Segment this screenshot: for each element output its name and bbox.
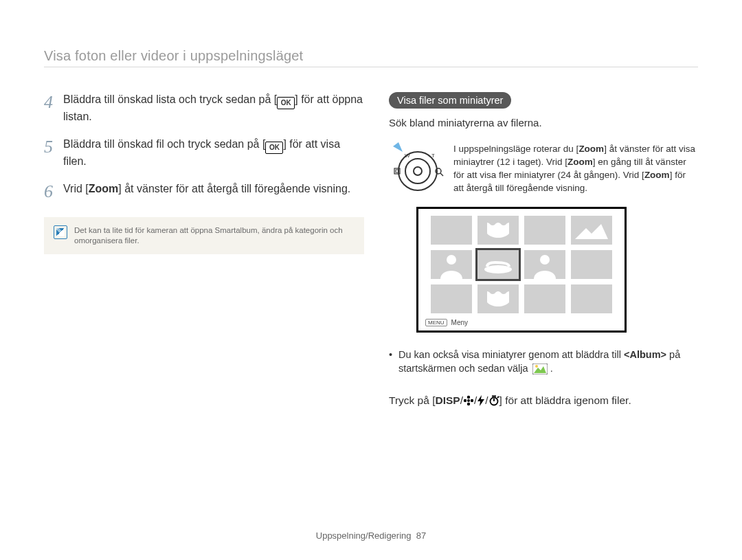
screen-footer: MENU Meny — [425, 319, 618, 326]
thumbnail-grid — [425, 216, 618, 313]
flash-icon — [477, 395, 485, 409]
thumbnail — [477, 216, 519, 245]
t-p1: I uppspelningsläge roterar du [ — [453, 144, 578, 154]
screen-mockup: MENU Meny — [416, 207, 627, 333]
step-6: 6 Vrid [Zoom] åt vänster för att återgå … — [44, 181, 364, 201]
svg-point-14 — [467, 399, 470, 402]
page-header: Visa foton eller videor i uppspelningslä… — [44, 48, 698, 67]
note-icon — [54, 225, 67, 239]
step-text-post: ] åt vänster för att återgå till föregåe… — [118, 183, 350, 194]
column-left: 4 Bläddra till önskad lista och tryck se… — [44, 92, 364, 409]
thumbnail — [477, 284, 519, 313]
svg-point-1 — [405, 159, 430, 183]
thumbnail-selected — [477, 250, 519, 279]
bullet-note: • Du kan också visa miniatyrer genom att… — [389, 348, 698, 378]
step-body: Vrid [Zoom] åt vänster för att återgå ti… — [63, 181, 350, 201]
thumbnail — [431, 216, 472, 245]
step-number: 6 — [44, 181, 63, 201]
svg-rect-21 — [492, 396, 496, 397]
step-4: 4 Bläddra till önskad lista och tryck se… — [44, 92, 364, 124]
flower-icon — [463, 395, 474, 409]
note-text: Det kan ta lite tid för kameran att öppn… — [74, 225, 355, 246]
footer-page-number: 87 — [416, 530, 426, 541]
svg-point-17 — [464, 399, 466, 402]
zoom-keyword: Zoom — [89, 183, 119, 194]
section-intro: Sök bland miniatyrerna av filerna. — [389, 115, 698, 130]
thumbnail — [571, 284, 612, 313]
step-text-pre: Bläddra till önskad fil och tryck sedan … — [63, 138, 265, 150]
timer-icon — [488, 395, 499, 409]
svg-point-16 — [467, 403, 470, 405]
footer-section: Uppspelning/Redigering — [316, 530, 412, 541]
bullet-pre: Du kan också visa miniatyrer genom att b… — [398, 349, 624, 360]
album-icon — [532, 363, 548, 378]
column-right: Visa filer som miniatyrer Sök bland mini… — [389, 92, 698, 409]
menu-icon: MENU — [425, 319, 447, 326]
svg-point-11 — [540, 255, 550, 265]
svg-text:T: T — [431, 153, 435, 159]
disp-pre: Tryck på [ — [389, 394, 435, 406]
svg-point-9 — [447, 255, 456, 265]
note-box: Det kan ta lite tid för kameran att öppn… — [44, 217, 364, 254]
step-body: Bläddra till önskad lista och tryck seda… — [63, 92, 364, 124]
thumbnail — [571, 216, 612, 245]
zoom-dial-illustration: W T — [389, 142, 445, 194]
section-title-pill: Visa filer som miniatyrer — [389, 92, 511, 109]
step-5: 5 Bläddra till önskad fil och tryck seda… — [44, 137, 364, 169]
page: Visa foton eller videor i uppspelningslä… — [0, 0, 742, 560]
page-footer: Uppspelning/Redigering 87 — [0, 530, 742, 541]
thumbnail — [431, 250, 472, 279]
step-text-pre: Vrid [ — [63, 183, 89, 194]
step-number: 4 — [44, 92, 63, 124]
zoom-instruction-text: I uppspelningsläge roterar du [Zoom] åt … — [453, 142, 698, 194]
svg-point-2 — [414, 167, 422, 175]
thumbnail — [524, 284, 565, 313]
disp-instruction: Tryck på [DISP/ / / ] för att bläddra ig… — [389, 394, 698, 409]
step-number: 5 — [44, 137, 63, 169]
screen-footer-text: Meny — [451, 319, 468, 326]
svg-point-13 — [535, 365, 538, 368]
svg-point-18 — [471, 399, 473, 402]
zoom-keyword: Zoom — [567, 157, 593, 167]
bullet-dot: • — [389, 348, 398, 378]
step-body: Bläddra till önskad fil och tryck sedan … — [63, 137, 364, 169]
disp-post: ] för att bläddra igenom filer. — [499, 394, 631, 406]
album-keyword: <Album> — [624, 349, 666, 360]
thumbnail — [571, 250, 612, 279]
zoom-keyword: Zoom — [578, 144, 604, 154]
zoom-row: W T I uppspelningsläge roterar du [Zoom]… — [389, 142, 698, 194]
columns: 4 Bläddra till önskad lista och tryck se… — [44, 92, 698, 409]
zoom-keyword: Zoom — [644, 170, 670, 180]
svg-text:W: W — [405, 153, 410, 159]
ok-icon: OK — [277, 97, 295, 109]
svg-line-22 — [497, 396, 499, 398]
thumbnail — [524, 216, 565, 245]
thumbnail — [524, 250, 565, 279]
svg-point-15 — [467, 396, 470, 399]
disp-label: DISP — [435, 394, 460, 406]
step-text-pre: Bläddra till önskad lista och tryck seda… — [63, 93, 277, 105]
ok-icon: OK — [265, 142, 283, 154]
bullet-text: Du kan också visa miniatyrer genom att b… — [398, 348, 698, 378]
thumbnail — [431, 284, 472, 313]
svg-line-8 — [440, 173, 443, 176]
